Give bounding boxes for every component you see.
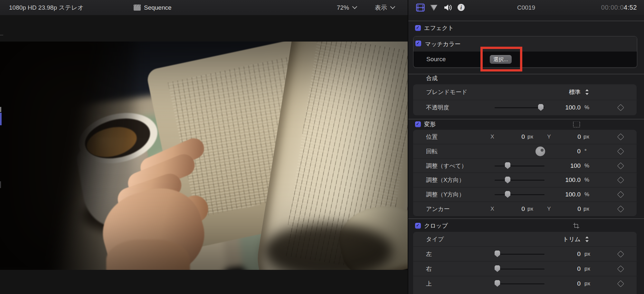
opacity-label: 不透明度 (426, 104, 449, 111)
compositing-group: ブレンドモード 標準 不透明度 100.0 % (413, 84, 637, 115)
keyframe-diamond-icon[interactable] (617, 265, 624, 272)
keyframe-diamond-icon[interactable] (617, 191, 624, 198)
inspector-header: i C0019 00:00:04:52 (408, 0, 644, 15)
keyframe-diamond-icon[interactable] (617, 280, 624, 287)
position-x-unit: px (527, 134, 533, 140)
final-cut-pro-window: 1080p HD 23.98p ステレオ Sequence 72% 表示 (0, 0, 644, 294)
crop-type-popup[interactable]: トリム (535, 235, 581, 243)
keyframe-diamond-icon[interactable] (617, 104, 624, 111)
keyframe-diamond-icon[interactable] (617, 148, 624, 155)
slider-thumb[interactable] (505, 176, 510, 183)
scale-y-value[interactable]: 100.0 (535, 191, 581, 198)
zoom-level-menu[interactable]: 72% (337, 0, 356, 15)
anchor-row: アンカー X 0 px Y 0 px (413, 202, 637, 216)
anchor-y-value[interactable]: 0 (554, 205, 581, 213)
keyframe-diamond-icon[interactable] (617, 251, 624, 257)
keyframe-diamond-icon[interactable] (617, 133, 624, 140)
keyframe-diamond-icon[interactable] (617, 162, 624, 169)
crop-left-label: 左 (426, 250, 432, 258)
scale-x-unit: % (584, 177, 589, 183)
scale-x-value[interactable]: 100.0 (535, 176, 581, 184)
crop-top-label: 上 (426, 280, 432, 288)
position-x-value[interactable]: 0 (498, 133, 525, 140)
timecode-dim: 00:00:0 (601, 4, 624, 11)
scale-all-unit: % (584, 163, 589, 169)
vignette (0, 42, 408, 270)
crop-left-value[interactable]: 0 (535, 251, 581, 258)
transform-group: 位置 X 0 px Y 0 px 回転 0 ° 調整（すべて） (413, 130, 637, 216)
match-color-checkbox[interactable] (415, 41, 421, 46)
scale-x-row: 調整（X方向） 100.0 % (413, 173, 637, 187)
anchor-label: アンカー (426, 205, 450, 213)
crop-right-row: 右 0 px (413, 261, 637, 276)
slider-thumb[interactable] (495, 251, 500, 257)
video-frame (0, 42, 408, 270)
crop-onscreen-icon[interactable] (573, 223, 579, 229)
crop-group: タイプ トリム 左 0 px 右 0 (413, 232, 637, 294)
slider-thumb[interactable] (505, 162, 510, 169)
zoom-level-value: 72% (337, 4, 349, 11)
crop-top-row: 上 0 px (413, 276, 637, 291)
clapperboard-icon (133, 4, 141, 11)
blend-mode-row: ブレンドモード 標準 (413, 84, 637, 100)
popup-arrows-icon (585, 236, 589, 242)
y-label: Y (546, 206, 552, 212)
sequence-label: Sequence (144, 0, 172, 15)
blend-mode-label: ブレンドモード (426, 88, 468, 96)
chevron-down-icon (390, 4, 395, 9)
keyframe-diamond-icon[interactable] (617, 177, 624, 184)
source-row: Source 選択... (413, 52, 637, 67)
crop-right-label: 右 (426, 265, 432, 273)
divider (408, 74, 644, 74)
viewer-format-label: 1080p HD 23.98p ステレオ (9, 0, 84, 15)
position-y-value[interactable]: 0 (554, 133, 581, 140)
scale-all-value[interactable]: 100 (535, 162, 581, 169)
crop-section-header: クロップ (408, 222, 644, 230)
anchor-x-value[interactable]: 0 (498, 205, 525, 213)
crop-right-value[interactable]: 0 (535, 265, 581, 272)
divider (408, 119, 644, 119)
rotation-value[interactable]: 0 (535, 148, 581, 155)
transform-onscreen-icon[interactable] (573, 121, 580, 128)
transform-checkbox[interactable] (415, 121, 421, 127)
opacity-value[interactable]: 100.0 (535, 104, 581, 111)
scale-x-label: 調整（X方向） (426, 176, 465, 184)
left-edge-blue-marker[interactable] (0, 113, 2, 125)
view-menu-label: 表示 (375, 4, 387, 11)
x-label: X (489, 206, 496, 212)
sequence-title: Sequence (133, 0, 172, 15)
crop-type-label: タイプ (426, 235, 444, 243)
crop-right-unit: px (584, 266, 590, 272)
position-y-unit: px (583, 134, 589, 140)
slider-thumb[interactable] (505, 191, 510, 198)
crop-type-row: タイプ トリム (413, 232, 637, 246)
match-color-group: マッチカラー Source 選択... (413, 36, 637, 68)
x-label: X (489, 134, 496, 140)
effects-section-header: エフェクト (408, 23, 644, 33)
rotation-label: 回転 (426, 147, 438, 155)
crop-top-value[interactable]: 0 (535, 280, 581, 287)
keyframe-diamond-icon[interactable] (617, 205, 624, 212)
viewer-pane (0, 15, 408, 294)
effects-checkbox[interactable] (415, 25, 421, 31)
anchor-y-unit: px (583, 206, 589, 212)
scale-all-label: 調整（すべて） (426, 162, 467, 170)
divider (408, 218, 644, 219)
view-menu[interactable]: 表示 (375, 0, 394, 15)
blend-mode-popup[interactable]: 標準 (535, 88, 581, 96)
crop-left-row: 左 0 px (413, 246, 637, 261)
slider-thumb[interactable] (495, 265, 500, 272)
scale-y-unit: % (584, 191, 589, 198)
inspector-pane: エフェクト マッチカラー Source 選択... 合成 ブレンドモード 標準 (408, 15, 644, 294)
left-edge-tick (0, 35, 3, 35)
crop-left-unit: px (584, 251, 590, 257)
slider-thumb[interactable] (495, 280, 500, 287)
crop-checkbox[interactable] (415, 223, 421, 229)
y-label: Y (546, 134, 552, 140)
rotation-row: 回転 0 ° (413, 144, 637, 158)
opacity-unit: % (584, 104, 589, 111)
scale-y-row: 調整（Y方向） 100.0 % (413, 187, 637, 202)
match-color-row: マッチカラー (413, 36, 637, 52)
position-label: 位置 (426, 133, 438, 141)
match-color-label: マッチカラー (425, 40, 460, 48)
